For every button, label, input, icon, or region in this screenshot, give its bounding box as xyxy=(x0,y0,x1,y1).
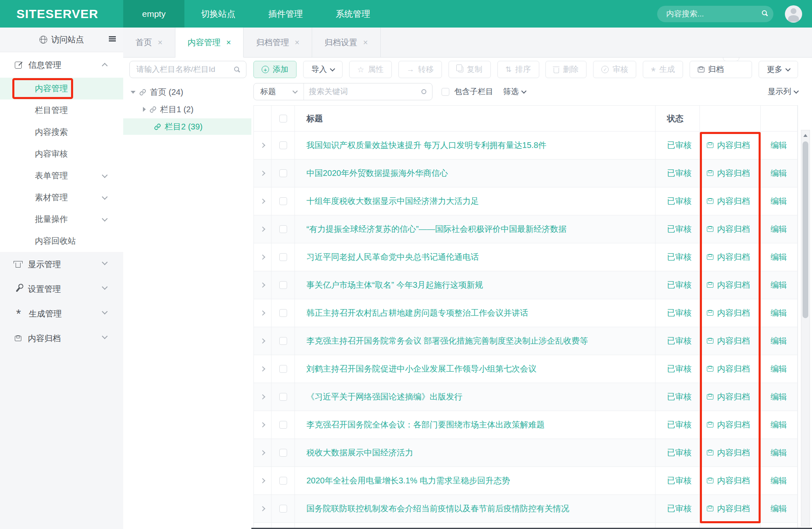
sidebar-item-content-search[interactable]: 内容搜索 xyxy=(0,121,123,143)
edit-link[interactable]: 编辑 xyxy=(771,168,787,179)
select-all-checkbox[interactable] xyxy=(279,115,287,122)
content-archive-button[interactable]: 内容归档 xyxy=(700,187,761,215)
content-title-link[interactable]: 李克强召开国务院全体会议：各部门要围绕市场主体出政策解难题 xyxy=(306,419,545,430)
sidebar-item-batch-operations[interactable]: 批量操作 xyxy=(0,208,123,230)
content-archive-button[interactable]: 内容归档 xyxy=(700,411,761,439)
edit-link[interactable]: 编辑 xyxy=(771,363,787,374)
close-tab-icon[interactable] xyxy=(294,38,299,47)
expand-chevron-icon[interactable] xyxy=(260,310,265,316)
row-checkbox[interactable] xyxy=(279,365,287,373)
sidebar-group-content-archive[interactable]: 内容归档 xyxy=(0,326,123,351)
user-avatar[interactable] xyxy=(785,5,802,23)
content-archive-button[interactable]: 内容归档 xyxy=(700,495,761,523)
sidebar-item-material-management[interactable]: 素材管理 xyxy=(0,187,123,208)
expand-chevron-icon[interactable] xyxy=(260,450,265,455)
include-children-checkbox[interactable] xyxy=(442,88,449,96)
content-archive-button[interactable]: 内容归档 xyxy=(700,439,761,467)
edit-link[interactable]: 编辑 xyxy=(771,447,787,458)
edit-link[interactable]: 编辑 xyxy=(771,140,787,151)
row-checkbox[interactable] xyxy=(279,505,287,513)
content-title-link[interactable]: 刘鹤主持召开国务院促进中小企业发展工作领导小组第七次会议 xyxy=(306,363,536,374)
transfer-button[interactable]: 转移 xyxy=(398,61,442,78)
tree-node-home[interactable]: 首页 (24) xyxy=(123,84,251,100)
close-tab-icon[interactable] xyxy=(226,38,231,47)
content-title-link[interactable]: “有力提振全球经济复苏的信心”——国际社会积极评价中国最新经济数据 xyxy=(306,224,566,235)
edit-link[interactable]: 编辑 xyxy=(771,307,787,319)
content-title-link[interactable]: 税收大数据展示中国经济活力 xyxy=(306,447,413,458)
caret-right-icon[interactable] xyxy=(143,107,146,112)
content-title-link[interactable]: 《习近平关于网络强国论述摘编》出版发行 xyxy=(306,391,462,402)
expand-chevron-icon[interactable] xyxy=(260,226,265,232)
row-checkbox[interactable] xyxy=(279,253,287,261)
content-title-link[interactable]: 十组年度税收大数据显示中国经济潜力大活力足 xyxy=(306,196,479,207)
more-button[interactable]: 更多 xyxy=(759,61,798,78)
add-button[interactable]: 添加 xyxy=(253,61,297,78)
expand-chevron-icon[interactable] xyxy=(260,143,265,148)
sidebar-item-form-management[interactable]: 表单管理 xyxy=(0,165,123,187)
tree-node-channel2[interactable]: 栏目2 (39) xyxy=(123,118,251,135)
close-tab-icon[interactable] xyxy=(363,38,368,47)
archive-button[interactable]: 归档 xyxy=(690,61,752,78)
tab-archive-management[interactable]: 归档管理 xyxy=(244,28,312,57)
audit-button[interactable]: 审核 xyxy=(593,61,636,78)
row-checkbox[interactable] xyxy=(279,449,287,457)
edit-link[interactable]: 编辑 xyxy=(771,419,787,430)
channel-search-input[interactable] xyxy=(129,61,246,78)
nav-switch-site[interactable]: 切换站点 xyxy=(184,0,252,28)
expand-chevron-icon[interactable] xyxy=(260,506,265,511)
expand-chevron-icon[interactable] xyxy=(260,338,265,344)
sidebar-group-display-management[interactable]: 显示管理 xyxy=(0,252,123,277)
edit-link[interactable]: 编辑 xyxy=(771,475,787,486)
global-search-input[interactable] xyxy=(657,6,773,22)
copy-button[interactable]: 复制 xyxy=(449,61,491,78)
edit-link[interactable]: 编辑 xyxy=(771,503,787,514)
content-archive-button[interactable]: 内容归档 xyxy=(700,383,761,411)
content-archive-button[interactable]: 内容归档 xyxy=(700,215,761,243)
expand-chevron-icon[interactable] xyxy=(260,282,265,288)
edit-link[interactable]: 编辑 xyxy=(771,335,787,347)
content-archive-button[interactable]: 内容归档 xyxy=(700,355,761,383)
tree-node-channel1[interactable]: 栏目1 (2) xyxy=(123,101,251,118)
row-checkbox[interactable] xyxy=(279,337,287,345)
caret-down-icon[interactable] xyxy=(131,91,136,94)
tab-archive-settings[interactable]: 归档设置 xyxy=(312,28,381,57)
scroll-up-icon[interactable] xyxy=(803,134,807,137)
collapse-sidebar-icon[interactable] xyxy=(109,36,116,37)
nav-system-management[interactable]: 系统管理 xyxy=(319,0,386,28)
edit-link[interactable]: 编辑 xyxy=(771,391,787,402)
display-columns-toggle[interactable]: 显示列 xyxy=(768,86,798,97)
edit-link[interactable]: 编辑 xyxy=(771,196,787,207)
row-checkbox[interactable] xyxy=(279,141,287,149)
content-title-link[interactable]: 事关亿户市场主体“取名” 今年3月起施行这项新规 xyxy=(306,280,483,291)
sort-button[interactable]: 排序 xyxy=(497,61,539,78)
row-checkbox[interactable] xyxy=(279,225,287,233)
expand-chevron-icon[interactable] xyxy=(260,394,265,400)
sidebar-item-channel-management[interactable]: 栏目管理 xyxy=(0,99,123,121)
tab-content-management[interactable]: 内容管理 xyxy=(175,28,244,58)
visit-site-link[interactable]: 访问站点 xyxy=(51,34,84,45)
content-archive-button[interactable]: 内容归档 xyxy=(700,243,761,271)
expand-chevron-icon[interactable] xyxy=(260,199,265,204)
nav-plugin-management[interactable]: 插件管理 xyxy=(252,0,319,28)
expand-chevron-icon[interactable] xyxy=(260,366,265,372)
close-tab-icon[interactable] xyxy=(158,38,163,47)
content-archive-button[interactable]: 内容归档 xyxy=(700,467,761,495)
search-field-select[interactable]: 标题 xyxy=(254,83,304,100)
content-title-link[interactable]: 韩正主持召开农村乱占耕地建房问题专项整治工作会议并讲话 xyxy=(306,307,528,319)
content-title-link[interactable]: 我国知识产权质量效益快速提升 每万人口发明专利拥有量达15.8件 xyxy=(306,140,546,151)
tab-home[interactable]: 首页 xyxy=(123,28,175,57)
row-checkbox[interactable] xyxy=(279,309,287,317)
expand-chevron-icon[interactable] xyxy=(260,171,265,176)
sidebar-item-content-recycle[interactable]: 内容回收站 xyxy=(0,230,123,252)
sidebar-item-content-management[interactable]: 内容管理 xyxy=(0,78,123,99)
expand-chevron-icon[interactable] xyxy=(260,254,265,260)
row-checkbox[interactable] xyxy=(279,477,287,485)
content-title-link[interactable]: 李克强主持召开国务院常务会议 部署强化措施完善制度坚决制止涉企乱收费等 xyxy=(306,335,588,347)
row-checkbox[interactable] xyxy=(279,421,287,429)
keyword-input[interactable] xyxy=(304,87,421,96)
sidebar-item-content-audit[interactable]: 内容审核 xyxy=(0,143,123,165)
content-archive-button[interactable]: 内容归档 xyxy=(700,271,761,299)
content-title-link[interactable]: 2020年全社会用电量增长3.1% 电力需求呈稳步回升态势 xyxy=(306,475,510,486)
edit-link[interactable]: 编辑 xyxy=(771,224,787,235)
expand-chevron-icon[interactable] xyxy=(260,478,265,483)
